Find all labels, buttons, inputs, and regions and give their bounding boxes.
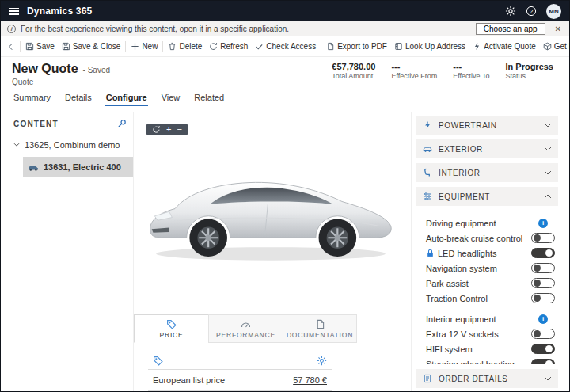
topbar: Dynamics 365 ? MN xyxy=(1,1,569,21)
entity-label: Quote xyxy=(12,78,110,86)
cmd-refresh[interactable]: Refresh xyxy=(206,38,251,55)
field-status: In Progress Status xyxy=(505,62,553,80)
tab-view[interactable]: View xyxy=(155,90,187,107)
main-content: CONTENT 13625, Combinum demo 13631, Elec… xyxy=(7,112,563,391)
divider xyxy=(20,41,21,52)
menu-icon[interactable] xyxy=(9,8,19,15)
zoom-out-button[interactable]: − xyxy=(177,125,181,134)
help-icon[interactable]: ? xyxy=(526,6,537,17)
toggle-auto-break-cruise-control[interactable] xyxy=(531,233,555,243)
equipment-sliders-icon xyxy=(423,192,432,201)
choose-app-button[interactable]: Choose an app xyxy=(476,23,545,35)
cmd-save[interactable]: Save xyxy=(22,38,58,55)
car-icon xyxy=(28,163,39,171)
tab-documentation[interactable]: DOCUMENTATION xyxy=(283,314,357,343)
tree-item-parent[interactable]: 13625, Combinum demo xyxy=(7,136,133,154)
cmd-export-pdf[interactable]: Export to PDF xyxy=(323,38,390,55)
tree-item-selected[interactable]: 13631, Electric 400 xyxy=(23,157,133,177)
cmd-lookup-address[interactable]: Look Up Address xyxy=(391,38,469,55)
tab-configure[interactable]: Configure xyxy=(100,90,154,107)
gear-icon[interactable] xyxy=(317,356,327,366)
field-effective-from: --- Effective From xyxy=(391,62,437,80)
content-panel-title: CONTENT xyxy=(13,120,59,128)
viewer: + − xyxy=(134,112,411,391)
front-wheel xyxy=(189,219,227,257)
toggle-led-headlights[interactable] xyxy=(531,248,555,258)
document-icon xyxy=(315,319,325,329)
cmd-check-access[interactable]: Check Access xyxy=(252,38,319,55)
close-icon[interactable]: ✕ xyxy=(553,25,563,33)
viewer-toolbar: + − xyxy=(146,124,188,135)
section-order-details[interactable]: ORDER DETAILS xyxy=(416,369,558,388)
back-button[interactable] xyxy=(4,38,18,55)
rotate-icon[interactable] xyxy=(152,125,161,134)
option-led-headlights: LED headlights xyxy=(426,245,557,261)
refresh-icon xyxy=(209,42,218,51)
toggle-traction-control[interactable] xyxy=(531,293,555,303)
cmd-new[interactable]: New xyxy=(127,38,161,55)
toggle-steering-wheel-heating[interactable] xyxy=(531,359,555,364)
back-icon xyxy=(7,42,15,51)
tag-icon xyxy=(153,356,163,366)
cmd-delete[interactable]: Delete xyxy=(165,38,205,55)
page-title: New Quote xyxy=(12,62,78,76)
car-render-svg xyxy=(140,158,401,269)
option-hifi-system: HIFI system xyxy=(426,341,557,356)
avatar[interactable]: MN xyxy=(546,4,561,19)
price-row-value[interactable]: 57 780 € xyxy=(293,375,327,385)
section-equipment[interactable]: EQUIPMENT xyxy=(416,187,558,206)
tab-summary[interactable]: Summary xyxy=(7,90,57,107)
lightning-icon xyxy=(473,42,481,51)
notification-message: For the best experience viewing this con… xyxy=(21,25,289,33)
option-navigation-system: Navigation system xyxy=(426,261,557,276)
toggle-park-assist[interactable] xyxy=(531,278,555,288)
plus-icon xyxy=(131,42,139,51)
price-table: European list price 57 780 € xyxy=(148,352,332,391)
divider xyxy=(321,41,321,52)
toggle-navigation-system[interactable] xyxy=(531,263,555,273)
interior-seat-icon xyxy=(423,168,432,177)
record-header: New Quote - Saved Quote €57,780.00 Total… xyxy=(1,57,569,88)
notification-bar: For the best experience viewing this con… xyxy=(1,21,569,36)
config-panel: POWERTRAIN EXTERIOR INTERIOR EQUIPMENT xyxy=(411,112,563,391)
section-powertrain[interactable]: POWERTRAIN xyxy=(416,116,558,135)
header-summary: €57,780.00 Total Amount --- Effective Fr… xyxy=(332,62,558,80)
field-total-amount: €57,780.00 Total Amount xyxy=(332,62,375,80)
price-row: European list price 57 780 € xyxy=(148,370,332,391)
zoom-in-button[interactable]: + xyxy=(166,125,171,134)
cmd-save-close[interactable]: Save & Close xyxy=(59,38,124,55)
info-icon[interactable] xyxy=(538,219,548,228)
option-park-assist: Park assist xyxy=(426,276,557,291)
save-close-icon xyxy=(62,42,70,51)
save-icon xyxy=(25,42,34,51)
gauge-icon xyxy=(241,319,251,329)
section-interior[interactable]: INTERIOR xyxy=(416,163,558,182)
rear-wheel xyxy=(319,219,357,257)
option-auto-break-cruise-control: Auto-break cruise control xyxy=(426,230,557,245)
toggle-hifi-system[interactable] xyxy=(531,344,555,354)
tab-price[interactable]: PRICE xyxy=(134,314,208,343)
powertrain-icon xyxy=(423,120,432,130)
tab-related[interactable]: Related xyxy=(188,90,230,107)
info-icon xyxy=(7,25,16,33)
form-tabs: Summary Details Configure View Related xyxy=(1,88,569,107)
cmd-activate-quote[interactable]: Activate Quote xyxy=(469,38,539,55)
check-icon xyxy=(255,42,264,51)
chevron-down-icon xyxy=(544,170,552,175)
pin-icon[interactable] xyxy=(117,119,127,128)
settings-gear-icon[interactable] xyxy=(505,6,516,17)
option-traction-control: Traction Control xyxy=(426,291,557,306)
cmd-get-products[interactable]: Get Products xyxy=(540,38,569,55)
tab-performance[interactable]: PERFORMANCE xyxy=(208,314,283,343)
toggle-extra-12v-sockets[interactable] xyxy=(531,329,555,339)
group-interior-equipment: Interior equipment xyxy=(426,311,557,326)
divider xyxy=(125,41,126,52)
price-row-label: European list price xyxy=(153,375,225,385)
lock-icon xyxy=(426,249,435,257)
info-icon[interactable] xyxy=(538,314,548,324)
section-exterior[interactable]: EXTERIOR xyxy=(416,139,558,158)
app-title: Dynamics 365 xyxy=(27,6,92,17)
tab-details[interactable]: Details xyxy=(59,90,98,107)
app-window: Dynamics 365 ? MN For the best experienc… xyxy=(0,0,570,392)
order-details-icon xyxy=(423,374,432,383)
